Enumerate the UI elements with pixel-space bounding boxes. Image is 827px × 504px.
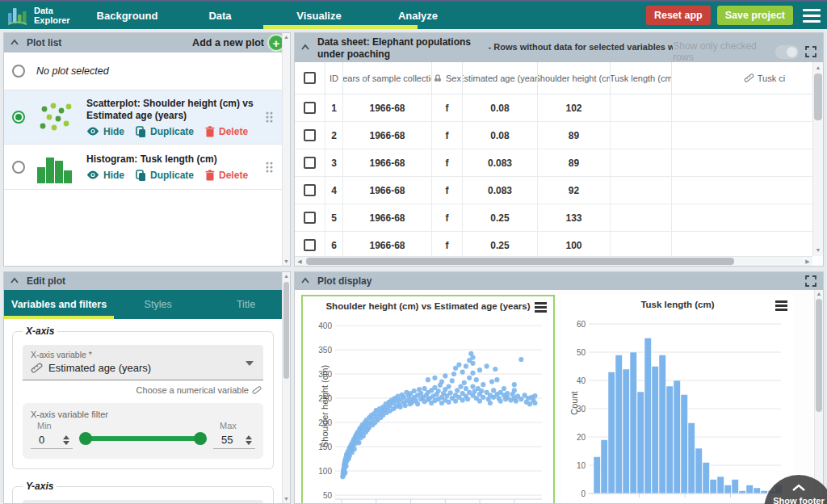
row-checkbox[interactable] xyxy=(304,129,316,141)
scrollbar-thumb[interactable] xyxy=(816,299,822,412)
tab-styles[interactable]: Styles xyxy=(114,290,202,319)
scrollbar-thumb[interactable] xyxy=(814,74,822,120)
fullscreen-icon[interactable] xyxy=(805,46,817,57)
data-sheet-title: Data sheet: Elephant populations under p… xyxy=(317,36,479,61)
drag-handle-icon[interactable] xyxy=(265,111,274,124)
duplicate-plot-button[interactable]: Duplicate xyxy=(136,126,194,137)
radio-histogram[interactable] xyxy=(12,161,25,174)
plot-list-item-histogram[interactable]: Histogram: Tusk length (cm) Hide Duplica… xyxy=(4,145,282,190)
hamburger-menu-icon[interactable] xyxy=(803,9,821,23)
scrollbar-thumb[interactable] xyxy=(283,282,289,379)
tab-title[interactable]: Title xyxy=(202,290,290,319)
select-all-checkbox[interactable] xyxy=(304,72,316,84)
data-table-vertical-scrollbar[interactable]: ▲ ▼ xyxy=(812,62,823,256)
tab-variables-and-filters[interactable]: Variables and filters xyxy=(4,290,114,319)
max-input[interactable]: 55 xyxy=(213,432,255,449)
row-checkbox[interactable] xyxy=(304,157,316,169)
scroll-left-arrow[interactable]: ◀ xyxy=(295,257,304,266)
edit-plot-scrollbar[interactable]: ▲ ▼ xyxy=(282,272,290,503)
stepper-arrows-icon[interactable] xyxy=(63,435,69,445)
fullscreen-icon[interactable] xyxy=(805,275,817,287)
add-new-plot-button[interactable]: Add a new plot + xyxy=(192,36,283,50)
row-checkbox[interactable] xyxy=(304,184,316,196)
plot-list-item-none[interactable]: No plot selected xyxy=(4,52,282,90)
scatter-point xyxy=(447,384,451,389)
scrollbar-thumb[interactable] xyxy=(306,258,734,265)
row-checkbox[interactable] xyxy=(304,239,316,251)
column-header-years[interactable]: Years of sample collection xyxy=(343,62,432,94)
scroll-up-arrow[interactable]: ▲ xyxy=(815,290,823,298)
plot-list-item-scatterplot[interactable]: Scatterplot: Shoulder height (cm) vs Est… xyxy=(4,90,282,145)
column-header-tusk-length[interactable]: Tusk length (cm) xyxy=(611,62,672,94)
collapse-chevron-icon[interactable] xyxy=(10,277,19,285)
plot-display-scrollbar[interactable]: ▲ ▼ xyxy=(814,290,823,503)
reset-app-button[interactable]: Reset app xyxy=(646,6,711,25)
scroll-right-arrow[interactable]: ▶ xyxy=(803,257,812,266)
column-header-id[interactable]: ID xyxy=(325,62,343,94)
chart-menu-icon[interactable] xyxy=(535,302,547,313)
scatter-point xyxy=(470,384,475,389)
row-checkbox[interactable] xyxy=(304,212,316,224)
chart-menu-icon[interactable] xyxy=(775,300,787,311)
data-table-horizontal-scrollbar[interactable]: ◀ ▶ xyxy=(295,256,812,266)
hide-plot-button[interactable]: Hide xyxy=(86,126,124,137)
histogram-chart[interactable]: Tusk length (cm) Count 0102030405060 xyxy=(561,295,794,503)
table-cell: 1966-68 xyxy=(343,149,432,176)
scatterplot-title: Shoulder height (cm) vs Estimated age (y… xyxy=(303,296,553,314)
collapse-chevron-icon[interactable] xyxy=(301,44,309,52)
hide-plot-button[interactable]: Hide xyxy=(86,170,124,181)
scatterplot-chart[interactable]: Shoulder height (cm) vs Estimated age (y… xyxy=(301,295,555,503)
drag-handle-icon[interactable] xyxy=(265,161,274,174)
duplicate-plot-button[interactable]: Duplicate xyxy=(136,170,194,181)
collapse-chevron-icon[interactable] xyxy=(10,39,19,47)
plot-item-title: Scatterplot: Shoulder height (cm) vs Est… xyxy=(86,98,260,122)
plot-display-body: Shoulder height (cm) vs Estimated age (y… xyxy=(295,290,823,503)
radio-scatterplot[interactable] xyxy=(12,111,25,124)
scatter-point xyxy=(432,376,437,380)
x-axis-range-slider[interactable] xyxy=(79,431,207,446)
scroll-up-arrow[interactable]: ▲ xyxy=(283,272,290,280)
table-cell: 102 xyxy=(538,94,611,121)
delete-plot-button[interactable]: Delete xyxy=(205,170,248,181)
scatter-point xyxy=(479,388,484,393)
stepper-arrows-icon[interactable] xyxy=(246,435,252,445)
scroll-down-arrow[interactable]: ▼ xyxy=(283,495,290,503)
eye-icon xyxy=(86,170,99,179)
nav-tab-background[interactable]: Background xyxy=(81,2,174,29)
column-header-age[interactable]: Estimated age (years) xyxy=(463,62,538,94)
table-cell xyxy=(611,94,672,121)
delete-plot-button[interactable]: Delete xyxy=(205,126,248,137)
scroll-down-arrow[interactable]: ▼ xyxy=(283,258,290,266)
table-cell: 0.25 xyxy=(463,232,538,256)
column-header-tusk-circumference[interactable]: Tusk ci xyxy=(672,62,812,94)
y-tick-label: 50 xyxy=(323,491,333,500)
app-logo: Data Explorer xyxy=(6,5,70,26)
y-tick-label: 0 xyxy=(581,489,586,498)
histogram-bar xyxy=(717,477,724,494)
plot-display-title: Plot display xyxy=(317,275,372,287)
nav-tab-data[interactable]: Data xyxy=(174,2,267,29)
min-input[interactable]: 0 xyxy=(31,432,73,449)
collapse-chevron-icon[interactable] xyxy=(301,277,309,285)
scatter-point xyxy=(455,388,460,393)
x-axis-legend: X-axis xyxy=(23,326,57,337)
scroll-up-arrow[interactable]: ▲ xyxy=(813,64,823,72)
slider-handle-max[interactable] xyxy=(194,432,207,445)
column-header-sex[interactable]: Sex xyxy=(432,62,463,94)
row-checkbox[interactable] xyxy=(304,102,316,114)
plot-list-scrollbar[interactable]: ▲ ▼ xyxy=(282,33,290,266)
scroll-up-arrow[interactable]: ▲ xyxy=(283,33,290,41)
column-header-shoulder-height[interactable]: Shoulder height (cm) xyxy=(538,62,611,94)
show-checked-rows-toggle[interactable] xyxy=(775,45,799,59)
x-axis-variable-select[interactable]: X-axis variable * Estimated age (years) xyxy=(23,345,263,380)
histogram-bar xyxy=(724,485,731,494)
scatter-point xyxy=(488,401,493,405)
save-project-button[interactable]: Save project xyxy=(717,6,793,25)
y-axis-variable-select[interactable]: Y-axis variable * Shoulder height (cm) xyxy=(23,500,263,503)
scroll-down-arrow[interactable]: ▼ xyxy=(813,246,823,254)
radio-no-plot[interactable] xyxy=(12,65,25,78)
plot-list: No plot selected Scatterplot: Shoulder h… xyxy=(4,52,282,266)
plot-list-title: Plot list xyxy=(27,37,61,48)
y-tick-label: 20 xyxy=(577,433,586,442)
slider-handle-min[interactable] xyxy=(79,432,92,445)
